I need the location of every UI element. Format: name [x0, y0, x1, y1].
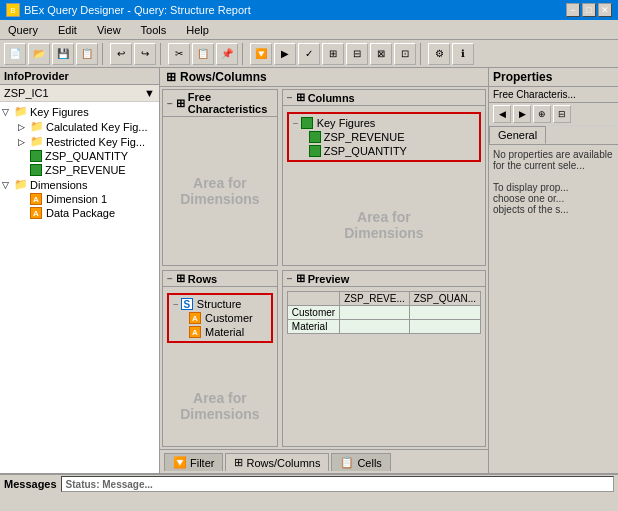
- preview-customer-qty: [409, 306, 480, 320]
- rows-panel: − ⊞ Rows − S Structure A: [162, 270, 278, 447]
- tree-dimensions[interactable]: ▽ 📁 Dimensions: [2, 177, 157, 192]
- struct-expand[interactable]: −: [173, 299, 179, 310]
- struct-icon: S: [181, 298, 193, 310]
- minimize-button[interactable]: −: [566, 3, 580, 17]
- rows-icon: ⊞: [176, 272, 185, 285]
- free-chars-expand[interactable]: −: [167, 98, 173, 109]
- toolbar-sep-1: [102, 43, 106, 65]
- toolbar-sep-4: [420, 43, 424, 65]
- tab-cells-label: Cells: [357, 457, 381, 469]
- filter-button[interactable]: 🔽: [250, 43, 272, 65]
- preview-row-customer: Customer: [287, 306, 480, 320]
- free-chars-area-text: Area forDimensions: [180, 175, 259, 207]
- paste-button[interactable]: 📌: [216, 43, 238, 65]
- close-button[interactable]: ✕: [598, 3, 612, 17]
- infoprovider-header: InfoProvider: [0, 68, 159, 85]
- tree-restricted-kf[interactable]: ▷ 📁 Restricted Key Fig...: [18, 134, 157, 149]
- preview-material-rev: [340, 320, 410, 334]
- properties-text: No properties are available for the curr…: [493, 149, 613, 215]
- rows-expand[interactable]: −: [167, 273, 173, 284]
- cut-button[interactable]: ✂: [168, 43, 190, 65]
- open-button[interactable]: 📂: [28, 43, 50, 65]
- calc-kf-folder: 📁: [30, 120, 44, 133]
- tree-datapkg[interactable]: A Data Package: [18, 206, 157, 220]
- toolbar: 📄 📂 💾 📋 ↩ ↪ ✂ 📋 📌 🔽 ▶ ✓ ⊞ ⊟ ⊠ ⊡ ⚙ ℹ: [0, 40, 618, 68]
- menu-edit[interactable]: Edit: [54, 23, 81, 37]
- tab-rows-columns[interactable]: ⊞ Rows/Columns: [225, 453, 329, 471]
- properties-subheader: Free Characteris...: [489, 87, 618, 103]
- titlebar-controls[interactable]: − □ ✕: [566, 3, 612, 17]
- rows-cols-header: ⊞ Rows/Columns: [160, 68, 488, 87]
- menu-view[interactable]: View: [93, 23, 125, 37]
- new-button[interactable]: 📄: [4, 43, 26, 65]
- titlebar-left: B BEx Query Designer - Query: Structure …: [6, 3, 251, 17]
- material-label: Material: [205, 326, 244, 338]
- key-figures-box: − Key Figures ZSP_REVENUE ZSP_QUAN: [287, 112, 481, 162]
- properties-header: Properties: [489, 68, 618, 87]
- qty-col-icon: [309, 145, 321, 157]
- settings-button[interactable]: ⚙: [428, 43, 450, 65]
- prop-btn-1[interactable]: ◀: [493, 105, 511, 123]
- structure-header: − S Structure: [173, 297, 267, 311]
- prop-btn-3[interactable]: ⊕: [533, 105, 551, 123]
- kf-expand-icon: ▽: [2, 107, 12, 117]
- rows-header: − ⊞ Rows: [163, 271, 277, 287]
- menu-query[interactable]: Query: [4, 23, 42, 37]
- free-chars-content: Area forDimensions: [163, 117, 277, 265]
- save-button[interactable]: 💾: [52, 43, 74, 65]
- properties-panel: Properties Free Characteris... ◀ ▶ ⊕ ⊟ G…: [488, 68, 618, 473]
- main-area: InfoProvider ZSP_IC1 ▼ ▽ 📁 Key Figures ▷…: [0, 68, 618, 473]
- tool1-button[interactable]: ⊞: [322, 43, 344, 65]
- preview-content: ZSP_REVE... ZSP_QUAN... Customer: [283, 287, 485, 446]
- kf-box-expand[interactable]: −: [293, 118, 299, 129]
- rest-kf-label: Restricted Key Fig...: [46, 136, 145, 148]
- col-quantity[interactable]: ZSP_QUANTITY: [309, 144, 475, 158]
- prop-btn-4[interactable]: ⊟: [553, 105, 571, 123]
- infoprovider-tree: ▽ 📁 Key Figures ▷ 📁 Calculated Key Fig..…: [0, 102, 159, 473]
- structure-box: − S Structure A Customer A Material: [167, 293, 273, 343]
- maximize-button[interactable]: □: [582, 3, 596, 17]
- save-as-button[interactable]: 📋: [76, 43, 98, 65]
- undo-button[interactable]: ↩: [110, 43, 132, 65]
- mat-icon: A: [189, 326, 201, 338]
- menu-help[interactable]: Help: [182, 23, 213, 37]
- row-customer[interactable]: A Customer: [189, 311, 267, 325]
- run-button[interactable]: ▶: [274, 43, 296, 65]
- tree-dim1[interactable]: A Dimension 1: [18, 192, 157, 206]
- check-button[interactable]: ✓: [298, 43, 320, 65]
- preview-customer-label: Customer: [287, 306, 339, 320]
- toolbar-sep-3: [242, 43, 246, 65]
- tool3-button[interactable]: ⊠: [370, 43, 392, 65]
- tab-cells[interactable]: 📋 Cells: [331, 453, 390, 471]
- menu-tools[interactable]: Tools: [137, 23, 171, 37]
- preview-expand[interactable]: −: [287, 273, 293, 284]
- dim-label: Dimensions: [30, 179, 87, 191]
- rows-content: − S Structure A Customer A Material: [163, 287, 277, 446]
- row-material[interactable]: A Material: [189, 325, 267, 339]
- columns-header: − ⊞ Columns: [283, 90, 485, 106]
- col-revenue[interactable]: ZSP_REVENUE: [309, 130, 475, 144]
- tab-general[interactable]: General: [489, 126, 546, 144]
- info-button[interactable]: ℹ: [452, 43, 474, 65]
- tool2-button[interactable]: ⊟: [346, 43, 368, 65]
- columns-expand[interactable]: −: [287, 92, 293, 103]
- prop-btn-2[interactable]: ▶: [513, 105, 531, 123]
- tree-keyfigures[interactable]: ▽ 📁 Key Figures: [2, 104, 157, 119]
- preview-col-quantity: ZSP_QUAN...: [409, 292, 480, 306]
- columns-icon: ⊞: [296, 91, 305, 104]
- dpkg-icon: A: [30, 207, 42, 219]
- bottom-tabs: 🔽 Filter ⊞ Rows/Columns 📋 Cells: [160, 449, 488, 473]
- provider-dropdown[interactable]: ▼: [144, 87, 155, 99]
- tree-calc-kf[interactable]: ▷ 📁 Calculated Key Fig...: [18, 119, 157, 134]
- tree-zsp-rev[interactable]: ZSP_REVENUE: [18, 163, 157, 177]
- redo-button[interactable]: ↪: [134, 43, 156, 65]
- preview-material-label: Material: [287, 320, 339, 334]
- zsp-rev-label: ZSP_REVENUE: [45, 164, 126, 176]
- tool4-button[interactable]: ⊡: [394, 43, 416, 65]
- copy-button[interactable]: 📋: [192, 43, 214, 65]
- tab-filter[interactable]: 🔽 Filter: [164, 453, 223, 471]
- preview-material-qty: [409, 320, 480, 334]
- infoprovider-label: InfoProvider: [4, 70, 69, 82]
- tree-zsp-qty[interactable]: ZSP_QUANTITY: [18, 149, 157, 163]
- columns-panel: − ⊞ Columns − Key Figures: [282, 89, 486, 266]
